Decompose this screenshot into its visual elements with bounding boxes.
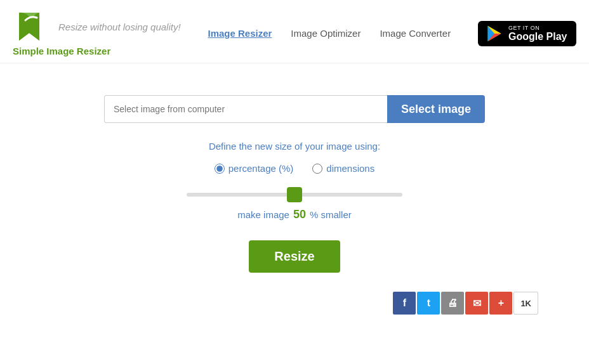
select-image-button[interactable]: Select image: [387, 95, 485, 123]
logo-area: Resize without losing quality! Simple Im…: [13, 10, 181, 56]
google-play-get-it-on: GET IT ON: [508, 25, 567, 31]
make-image-prefix: make image: [237, 209, 289, 220]
share-email-button[interactable]: ✉: [465, 292, 488, 315]
file-input-row: Select image: [104, 95, 485, 123]
radio-dimensions-input[interactable]: [312, 164, 322, 174]
radio-percentage-input[interactable]: [215, 164, 225, 174]
make-image-row: make image 50 % smaller: [237, 208, 352, 221]
percent-value: 50: [293, 208, 306, 221]
file-text-input[interactable]: [104, 95, 387, 123]
share-twitter-button[interactable]: t: [417, 292, 440, 315]
resize-button[interactable]: Resize: [249, 240, 340, 273]
nav-image-optimizer[interactable]: Image Optimizer: [291, 28, 361, 39]
share-row: f t 🖨 ✉ + 1K: [393, 292, 538, 315]
slider-container: [187, 188, 402, 199]
make-image-suffix: % smaller: [310, 209, 352, 220]
nav-image-resizer[interactable]: Image Resizer: [208, 28, 272, 39]
resize-slider[interactable]: [187, 193, 402, 197]
tagline: Resize without losing quality!: [58, 22, 181, 32]
nav-image-converter[interactable]: Image Converter: [380, 28, 451, 39]
radio-row: percentage (%) dimensions: [215, 163, 374, 174]
header: Resize without losing quality! Simple Im…: [0, 0, 589, 63]
google-play-text: GET IT ON Google Play: [508, 25, 567, 42]
share-plus-button[interactable]: +: [489, 292, 512, 315]
main-content: Select image Define the new size of your…: [0, 63, 589, 334]
nav-area: Image Resizer Image Optimizer Image Conv…: [181, 28, 478, 39]
google-play-badge[interactable]: GET IT ON Google Play: [478, 21, 576, 46]
radio-dimensions-text: dimensions: [326, 163, 374, 174]
radio-dimensions-label[interactable]: dimensions: [312, 163, 374, 174]
logo-row: Resize without losing quality!: [13, 10, 181, 43]
share-facebook-button[interactable]: f: [393, 292, 416, 315]
radio-percentage-text: percentage (%): [228, 163, 294, 174]
site-title: Simple Image Resizer: [13, 46, 110, 56]
logo-icon: [13, 10, 46, 43]
google-play-store: Google Play: [508, 31, 567, 42]
share-count: 1K: [513, 292, 538, 315]
radio-percentage-label[interactable]: percentage (%): [215, 163, 294, 174]
share-print-button[interactable]: 🖨: [441, 292, 464, 315]
google-play-icon: [486, 25, 503, 42]
define-size-text: Define the new size of your image using:: [209, 141, 380, 152]
